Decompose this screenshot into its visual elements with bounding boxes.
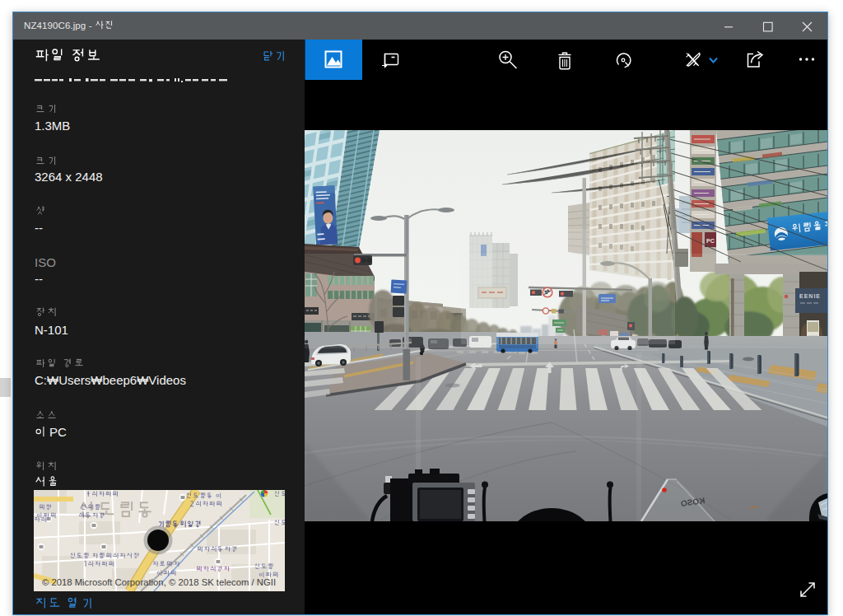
svg-text:© 2018 Microsoft Corporation,: © 2018 Microsoft Corporation, © 2018 SK … bbox=[42, 577, 276, 587]
svg-text:PC: PC bbox=[706, 238, 715, 244]
